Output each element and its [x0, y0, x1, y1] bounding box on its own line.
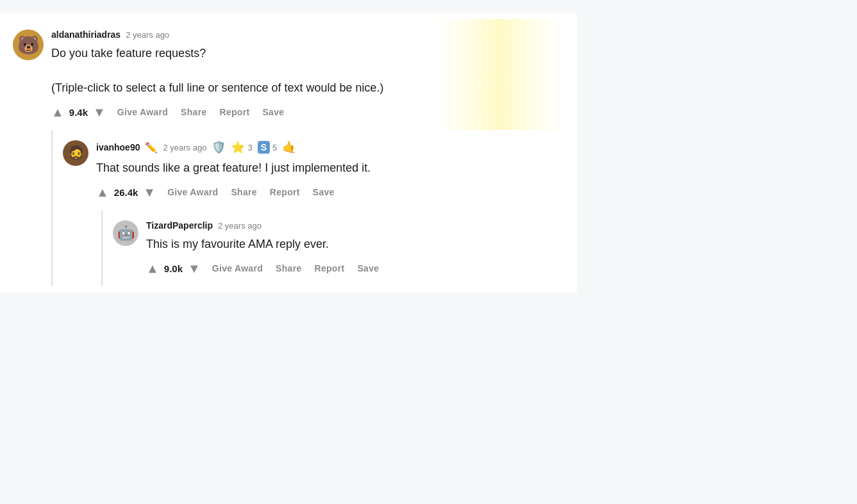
- comment-thread: 🐻 aldanathiriadras 2 years ago Do you ta…: [0, 13, 577, 293]
- comment-actions-aldana: ▲ 9.4k ▼ Give Award Share Report Save: [51, 104, 564, 120]
- comment-body-aldana: aldanathiriadras 2 years ago Do you take…: [51, 29, 564, 120]
- time-aldana: 2 years ago: [126, 30, 169, 40]
- comment-text-aldana: Do you take feature requests? (Triple-cl…: [51, 45, 564, 97]
- report-btn-ivanhoe[interactable]: Report: [269, 184, 301, 200]
- comment-actions-ivanhoe: ▲ 26.4k ▼ Give Award Share Report Save: [96, 184, 564, 200]
- comment-header-ivanhoe: ivanhoe90 ✏️ 2 years ago 🛡️ ⭐ 3 S 5 🤙: [96, 140, 564, 154]
- vote-count-aldana: 9.4k: [69, 107, 88, 118]
- report-btn-aldana[interactable]: Report: [218, 104, 251, 120]
- comment-text-ivanhoe: That sounds like a great feature! I just…: [96, 159, 564, 177]
- badge-s-count: 5: [272, 143, 277, 152]
- save-btn-tizard[interactable]: Save: [356, 261, 380, 276]
- share-btn-ivanhoe[interactable]: Share: [229, 184, 258, 200]
- comment-header-aldana: aldanathiriadras 2 years ago: [51, 29, 564, 40]
- username-aldana[interactable]: aldanathiriadras: [51, 29, 121, 40]
- comment-line-tizard-1: This is my favourite AMA reply ever.: [146, 236, 564, 253]
- mod-pencil-icon: ✏️: [145, 142, 158, 154]
- report-btn-tizard[interactable]: Report: [313, 261, 345, 276]
- badge-star: ⭐: [231, 140, 245, 154]
- nested-comment-tizard: 🤖 TizardPaperclip 2 years ago This is my…: [101, 210, 564, 286]
- comment-aldana: 🐻 aldanathiriadras 2 years ago Do you ta…: [13, 19, 564, 130]
- avatar-tizard: 🤖: [113, 220, 138, 246]
- time-ivanhoe: 2 years ago: [163, 143, 206, 152]
- avatar-aldana: 🐻: [13, 29, 44, 60]
- give-award-btn-aldana[interactable]: Give Award: [116, 104, 169, 120]
- comment-actions-tizard: ▲ 9.0k ▼ Give Award Share Report Save: [146, 261, 564, 276]
- comment-header-tizard: TizardPaperclip 2 years ago: [146, 220, 564, 231]
- downvote-tizard[interactable]: ▼: [188, 261, 201, 276]
- comment-line-2: (Triple-click to select a full line or s…: [51, 79, 564, 97]
- downvote-aldana[interactable]: ▼: [93, 105, 106, 120]
- upvote-ivanhoe[interactable]: ▲: [96, 185, 109, 200]
- comment-line-1: Do you take feature requests?: [51, 45, 564, 62]
- downvote-ivanhoe[interactable]: ▼: [143, 185, 156, 200]
- avatar-ivanhoe: 🧔: [63, 140, 88, 166]
- vote-section-ivanhoe: ▲ 26.4k ▼: [96, 185, 156, 200]
- share-btn-aldana[interactable]: Share: [179, 104, 208, 120]
- save-btn-ivanhoe[interactable]: Save: [312, 184, 336, 200]
- give-award-btn-tizard[interactable]: Give Award: [211, 261, 264, 276]
- share-btn-tizard[interactable]: Share: [274, 261, 303, 276]
- vote-count-tizard: 9.0k: [164, 263, 183, 274]
- vote-section-aldana: ▲ 9.4k ▼: [51, 105, 106, 120]
- save-btn-aldana[interactable]: Save: [261, 104, 285, 120]
- comment-body-tizard: TizardPaperclip 2 years ago This is my f…: [146, 220, 564, 276]
- badge-star-count: 3: [247, 143, 252, 152]
- nested-inner-ivanhoe: 🧔 ivanhoe90 ✏️ 2 years ago 🛡️ ⭐ 3 S 5 🤙 …: [63, 130, 564, 210]
- badge-shield: 🛡️: [212, 140, 226, 154]
- upvote-tizard[interactable]: ▲: [146, 261, 159, 276]
- time-tizard: 2 years ago: [218, 221, 262, 231]
- comment-body-ivanhoe: ivanhoe90 ✏️ 2 years ago 🛡️ ⭐ 3 S 5 🤙 Th…: [96, 140, 564, 200]
- vote-count-ivanhoe: 26.4k: [114, 187, 138, 198]
- vote-section-tizard: ▲ 9.0k ▼: [146, 261, 201, 276]
- username-tizard[interactable]: TizardPaperclip: [146, 220, 213, 231]
- upvote-aldana[interactable]: ▲: [51, 105, 64, 120]
- badge-s: S: [258, 141, 270, 154]
- username-ivanhoe[interactable]: ivanhoe90: [96, 142, 140, 152]
- nested-inner-tizard: 🤖 TizardPaperclip 2 years ago This is my…: [113, 210, 564, 286]
- comment-line-ivanhoe-1: That sounds like a great feature! I just…: [96, 159, 564, 177]
- comment-text-tizard: This is my favourite AMA reply ever.: [146, 236, 564, 253]
- badge-hug: 🤙: [282, 140, 296, 154]
- give-award-btn-ivanhoe[interactable]: Give Award: [166, 184, 219, 200]
- nested-comment-ivanhoe: 🧔 ivanhoe90 ✏️ 2 years ago 🛡️ ⭐ 3 S 5 🤙 …: [51, 130, 564, 286]
